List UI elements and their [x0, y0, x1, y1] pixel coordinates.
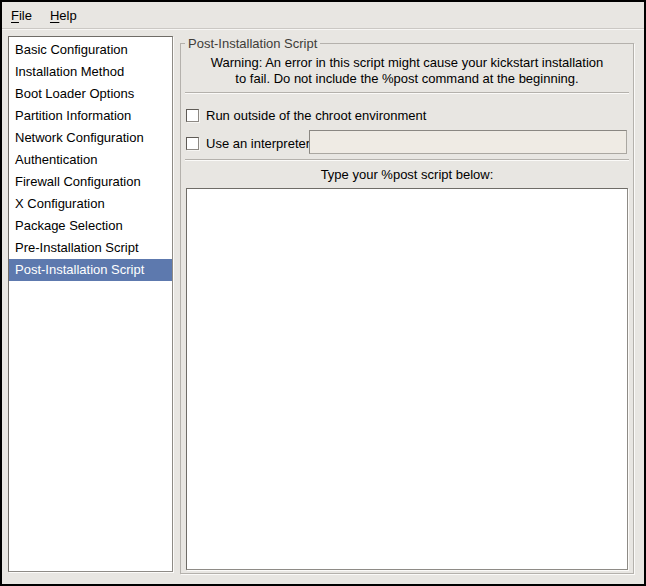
sidebar-item-partition-information[interactable]: Partition Information: [9, 105, 172, 127]
menu-file[interactable]: File: [2, 2, 41, 28]
sidebar-item-x-configuration[interactable]: X Configuration: [9, 193, 172, 215]
sidebar-item-network-configuration[interactable]: Network Configuration: [9, 127, 172, 149]
interpreter-input[interactable]: [309, 130, 627, 154]
sidebar-item-installation-method[interactable]: Installation Method: [9, 61, 172, 83]
menu-help-label: elp: [59, 8, 76, 23]
kickstart-configurator-window: File Help Basic Configuration Installati…: [0, 0, 646, 586]
menu-file-accel: F: [11, 8, 19, 23]
sidebar-item-basic-configuration[interactable]: Basic Configuration: [9, 39, 172, 61]
post-script-textarea[interactable]: [186, 188, 628, 570]
section-list: Basic Configuration Installation Method …: [8, 36, 173, 572]
sidebar-item-firewall-configuration[interactable]: Firewall Configuration: [9, 171, 172, 193]
menu-help[interactable]: Help: [41, 2, 86, 28]
menu-file-label: ile: [19, 8, 32, 23]
frame-body: Warning: An error in this script might c…: [181, 44, 633, 573]
sidebar-item-post-installation-script[interactable]: Post-Installation Script: [9, 259, 172, 281]
interpreter-checkbox-label: Use an interpreter:: [206, 136, 314, 151]
post-installation-script-frame: Post-Installation Script Warning: An err…: [180, 43, 634, 574]
menu-bar: File Help: [2, 2, 644, 29]
warning-text-line2: to fail. Do not include the %post comman…: [181, 71, 633, 87]
sidebar-item-boot-loader-options[interactable]: Boot Loader Options: [9, 83, 172, 105]
sidebar-item-package-selection[interactable]: Package Selection: [9, 215, 172, 237]
interpreter-checkbox[interactable]: [186, 137, 199, 150]
separator: [185, 159, 629, 161]
interpreter-checkbox-row[interactable]: Use an interpreter:: [181, 132, 314, 154]
post-script-label: Type your %post script below:: [181, 167, 633, 183]
sidebar-item-authentication[interactable]: Authentication: [9, 149, 172, 171]
sidebar-item-pre-installation-script[interactable]: Pre-Installation Script: [9, 237, 172, 259]
warning-text-line1: Warning: An error in this script might c…: [181, 55, 633, 71]
chroot-checkbox-row[interactable]: Run outside of the chroot environment: [181, 104, 426, 126]
chroot-checkbox[interactable]: [186, 109, 199, 122]
chroot-checkbox-label: Run outside of the chroot environment: [206, 108, 426, 123]
separator: [185, 92, 629, 94]
menu-help-accel: H: [50, 8, 59, 23]
